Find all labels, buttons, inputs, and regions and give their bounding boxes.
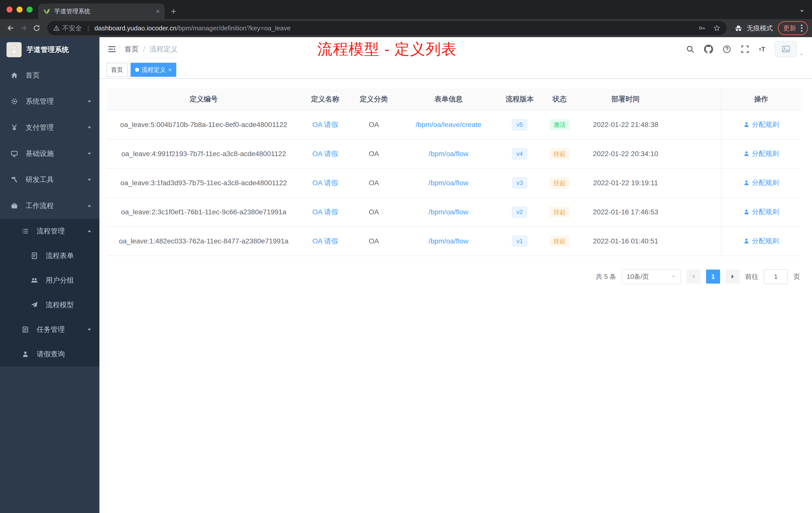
user-icon <box>743 150 750 157</box>
sidebar-item[interactable]: 支付管理 <box>0 115 99 141</box>
breadcrumb-separator: / <box>143 45 145 53</box>
sidebar-item[interactable]: 首页 <box>0 62 99 88</box>
incognito-indicator: 无痕模式 <box>734 23 773 33</box>
assign-rule-label: 分配规则 <box>752 178 779 187</box>
form-info-link[interactable]: /bpm/oa/flow <box>429 237 468 245</box>
table-row: oa_leave:1:482ec033-762a-11ec-8477-a2380… <box>107 227 801 256</box>
breadcrumb-home[interactable]: 首页 <box>124 44 139 54</box>
app-logo[interactable]: 芋道管理系统 <box>0 37 99 62</box>
version-badge: v4 <box>512 148 527 159</box>
column-header: 状态 <box>541 88 579 110</box>
user-avatar[interactable] <box>775 41 804 57</box>
next-page-button[interactable] <box>726 270 740 283</box>
assign-rule-label: 分配规则 <box>752 207 779 216</box>
goto-page-input[interactable] <box>764 269 788 284</box>
sidebar-item-label: 系统管理 <box>26 97 86 106</box>
sidebar-item[interactable]: 工作流程 <box>0 193 99 219</box>
favicon <box>43 8 50 15</box>
app-window: 芋道管理系统 首页 系统管理 支付管理 基础设施 研发工具 <box>0 37 812 513</box>
status-badge: 挂起 <box>550 236 570 246</box>
tools-icon <box>10 176 19 183</box>
prev-page-button[interactable] <box>687 270 700 283</box>
assign-rule-link[interactable]: 分配规则 <box>743 236 779 245</box>
help-icon[interactable] <box>723 45 731 54</box>
assign-rule-link[interactable]: 分配规则 <box>743 149 779 158</box>
form-info-link[interactable]: /bpm/oa/flow <box>429 179 468 187</box>
minimize-window-button[interactable] <box>17 6 23 12</box>
row-spacer <box>672 110 721 139</box>
sidebar-item[interactable]: 用户分组 <box>0 268 99 293</box>
zoom-window-button[interactable] <box>27 6 33 12</box>
assign-rule-link[interactable]: 分配规则 <box>743 120 779 129</box>
browser-menu-icon[interactable] <box>801 24 803 32</box>
sidebar-item[interactable]: 基础设施 <box>0 141 99 167</box>
sidebar-item[interactable]: 系统管理 <box>0 88 99 115</box>
app-header: 首页 / 流程定义 流程模型 - 定义列表 <box>99 37 812 61</box>
new-tab-button[interactable]: + <box>171 6 176 16</box>
url-domain: dashboard.yudao.iocoder.cn <box>94 24 176 32</box>
row-spacer <box>672 198 721 227</box>
omnibox-separator: | <box>87 25 89 32</box>
sidebar-item[interactable]: 研发工具 <box>0 167 99 193</box>
back-icon[interactable] <box>4 22 17 35</box>
definition-id: oa_leave:2:3c1f0ef1-76b1-11ec-9c66-a2380… <box>121 208 286 216</box>
logo-avatar <box>6 42 22 57</box>
browser-toolbar: 不安全 | dashboard.yudao.iocoder.cn/bpm/man… <box>0 19 812 37</box>
definition-name-link[interactable]: OA 请假 <box>312 208 338 216</box>
table-row: oa_leave:4:991f2193-7b7f-11ec-a3c8-acde4… <box>107 139 801 169</box>
chevron-up-icon <box>86 203 92 209</box>
sidebar-item[interactable]: 流程管理 <box>0 219 99 243</box>
form-info-link[interactable]: /bpm/oa/leave/create <box>415 121 481 128</box>
tag-item[interactable]: 首页 <box>107 63 127 77</box>
main-area: 首页 / 流程定义 流程模型 - 定义列表 <box>99 37 812 513</box>
tag-close-icon[interactable]: × <box>168 67 172 73</box>
column-header: 定义编号 <box>107 88 301 110</box>
deploy-time: 2022-01-22 20:34:10 <box>593 150 658 158</box>
tags-view-bar: 首页 流程定义 × <box>99 61 812 79</box>
bookmark-star-icon[interactable] <box>713 24 721 32</box>
sidebar-item-label: 请假查询 <box>37 350 92 359</box>
page-number-button[interactable]: 1 <box>706 270 720 283</box>
password-key-icon[interactable] <box>698 24 706 32</box>
sidebar-item[interactable]: 请假查询 <box>0 342 99 366</box>
font-size-icon[interactable]: тT <box>759 46 765 53</box>
assign-rule-link[interactable]: 分配规则 <box>743 207 779 216</box>
sidebar-item[interactable]: 流程表单 <box>0 243 99 268</box>
github-icon[interactable] <box>704 45 713 54</box>
sidebar-collapse-icon[interactable] <box>108 45 116 54</box>
goto-label: 前往 <box>745 272 758 281</box>
update-button[interactable]: 更新 <box>778 21 808 35</box>
sidebar-item[interactable]: 任务管理 <box>0 317 99 342</box>
definition-name-link[interactable]: OA 请假 <box>312 179 338 187</box>
form-info-link[interactable]: /bpm/oa/flow <box>429 150 468 158</box>
definition-name-link[interactable]: OA 请假 <box>312 121 338 128</box>
form-icon <box>30 252 39 260</box>
workflow-icon <box>10 202 19 210</box>
fullscreen-icon[interactable] <box>741 45 749 54</box>
search-icon[interactable] <box>686 45 695 54</box>
assign-rule-link[interactable]: 分配规则 <box>743 178 779 187</box>
close-window-button[interactable] <box>6 6 12 12</box>
address-bar[interactable]: 不安全 | dashboard.yudao.iocoder.cn/bpm/man… <box>47 21 727 35</box>
page-size-value: 10条/页 <box>627 272 649 281</box>
browser-tab[interactable]: 芋道管理系统 × <box>38 3 165 19</box>
sidebar-item[interactable]: 流程模型 <box>0 293 99 317</box>
tag-item[interactable]: 流程定义 × <box>130 63 176 77</box>
version-badge: v3 <box>512 177 527 188</box>
table-header-row: 定义编号定义名称定义分类表单信息流程版本状态部署时间操作 <box>107 88 801 110</box>
security-indicator[interactable]: 不安全 <box>53 24 82 33</box>
tab-close-icon[interactable]: × <box>156 8 160 14</box>
form-info-link[interactable]: /bpm/oa/flow <box>429 208 468 216</box>
definition-table: 定义编号定义名称定义分类表单信息流程版本状态部署时间操作 oa_leave:5:… <box>107 88 801 256</box>
page-size-select[interactable]: 10条/页 <box>622 269 681 284</box>
model-icon <box>30 301 39 309</box>
home-icon <box>10 71 19 79</box>
yen-icon <box>10 124 19 131</box>
definition-name-link[interactable]: OA 请假 <box>312 150 338 158</box>
forward-icon[interactable] <box>17 22 30 35</box>
tab-search-chevron-icon[interactable] <box>799 8 805 14</box>
tag-label: 首页 <box>111 66 123 74</box>
sidebar-item-label: 基础设施 <box>26 149 86 158</box>
definition-name-link[interactable]: OA 请假 <box>312 237 338 245</box>
reload-icon[interactable] <box>30 22 43 35</box>
